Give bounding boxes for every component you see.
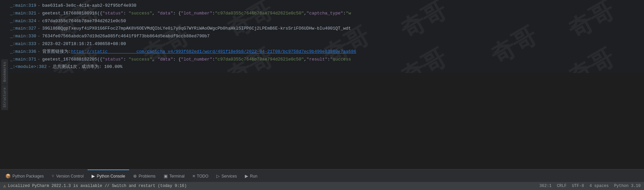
encoding[interactable]: UTF-8 <box>572 184 584 188</box>
line-location: _:<module>:382 <box>10 64 47 71</box>
bottom-toolbar: 📦 Python Packages ⑂ Version Control ▶ Py… <box>0 169 644 182</box>
line-dash: - <box>38 18 40 25</box>
console-area: 奇哥奇哥奇哥奇哥奇哥奇哥奇哥奇哥奇哥奇哥奇哥 _:main:319 - bae6… <box>0 0 644 73</box>
console-line: _:main:371 - geetest_1676888182205({"sta… <box>0 56 644 64</box>
console-line: _:main:321 - geetest_1676888180916({"sta… <box>0 10 644 17</box>
run-icon: ▶ <box>245 174 248 179</box>
line-dash: - <box>48 64 51 71</box>
warning-icon: ⚠ <box>3 183 6 189</box>
tab-todo[interactable]: ≡ TODO <box>189 169 212 182</box>
tab-python-console[interactable]: ▶ Python Console <box>88 169 129 182</box>
tab-terminal[interactable]: ▣ Terminal <box>160 169 189 182</box>
line-location: _:main:324 <box>10 18 36 25</box>
line-content: geetest_1676888180916({"status": "succes… <box>42 10 351 17</box>
tab-run[interactable]: ▶ Run <box>241 169 261 182</box>
line-dash: - <box>38 25 40 32</box>
status-left: ⚠ Localized PyCharm 2022.1.3 is availabl… <box>3 183 187 189</box>
todo-icon: ≡ <box>193 174 195 179</box>
left-sidebar: Bookmarks Structure <box>0 0 9 169</box>
line-dash: - <box>38 2 40 9</box>
terminal-icon: ▣ <box>164 174 168 179</box>
problems-icon: ⊕ <box>133 174 137 179</box>
line-dash: - <box>38 10 40 17</box>
tab-version-control[interactable]: ⑂ Version Control <box>48 169 88 182</box>
console-wrapper: Bookmarks Structure 奇哥奇哥奇哥奇哥奇哥奇哥奇哥奇哥奇哥奇哥… <box>0 0 644 169</box>
services-icon: ▷ <box>216 174 220 179</box>
cursor-position[interactable]: 362:1 <box>539 184 551 188</box>
line-dash: - <box>38 33 40 40</box>
tab-services[interactable]: ▷ Services <box>212 169 241 182</box>
python-packages-icon: 📦 <box>5 174 11 179</box>
line-location: _:main:319 <box>10 2 36 9</box>
line-content: 总共测试1次，成功率为: 100.00% <box>53 64 122 71</box>
line-location: _:main:327 <box>10 25 36 32</box>
line-location: _:main:333 <box>10 41 36 48</box>
line-location: _:main:330 <box>10 33 36 40</box>
tab-problems[interactable]: ⊕ Problems <box>129 169 160 182</box>
line-ending[interactable]: CRLF <box>557 184 567 188</box>
line-content: 2023-02-20T18:16:21.498658+08:00 <box>42 41 126 48</box>
python-console-icon: ▶ <box>92 174 95 179</box>
line-dash: - <box>38 56 40 63</box>
line-content: c97da0355c7646b78ae794d2621e0c50 <box>42 18 126 25</box>
line-content: 7634fe07566abdca97d19d26a085fc4641f9f73b… <box>42 33 210 40</box>
python-version[interactable]: Python 3.10 <box>614 184 641 188</box>
line-location: _:main:336 <box>10 48 36 55</box>
console-line: _:<module>:382 - 总共测试1次，成功率为: 100.00% <box>0 63 644 71</box>
status-bar: ⚠ Localized PyCharm 2022.1.3 is availabl… <box>0 182 644 190</box>
tab-python-packages[interactable]: 📦 Python Packages <box>1 169 48 182</box>
console-line: _:main:327 - 39Gl86BQgpTxeuyf4iPX01G6FFo… <box>0 25 644 33</box>
line-dash: - <box>38 48 40 55</box>
sidebar-tab-structure[interactable]: Structure <box>1 85 8 110</box>
console-line: _:main:333 - 2023-02-20T18:16:21.498658+… <box>0 40 644 48</box>
console-line: _:main:319 - bae631a6-3e8c-4c1e-aab2-92f… <box>0 2 644 10</box>
version-control-icon: ⑂ <box>52 174 54 179</box>
console-line: _:main:336 - 背景图链接为:https://static com/c… <box>0 48 644 56</box>
console-line: _:main:324 - c97da0355c7646b78ae794d2621… <box>0 17 644 25</box>
status-right: 362:1 CRLF UTF-8 4 spaces Python 3.10 <box>539 184 641 188</box>
line-content: geetest_1676888182205({"status": "succes… <box>42 56 351 63</box>
line-content: bae631a6-3e8c-4c1e-aab2-92f95bf4e930 <box>42 2 137 9</box>
console-line: _:main:330 - 7634fe07566abdca97d19d26a08… <box>0 33 644 40</box>
line-location: _:main:371 <box>10 56 36 63</box>
line-content: 背景图链接为:https://static com/captcha_v4/993… <box>42 48 356 55</box>
status-message[interactable]: Localized PyCharm 2022.1.3 is available … <box>8 184 187 188</box>
sidebar-tab-bookmarks[interactable]: Bookmarks <box>1 59 8 84</box>
line-content: 39Gl86BQgpTxeuyf4iPX01G6FFoc27mpAK8V6OEV… <box>42 25 351 32</box>
indent[interactable]: 4 spaces <box>589 184 609 188</box>
line-dash: - <box>38 41 40 48</box>
line-location: _:main:321 <box>10 10 36 17</box>
